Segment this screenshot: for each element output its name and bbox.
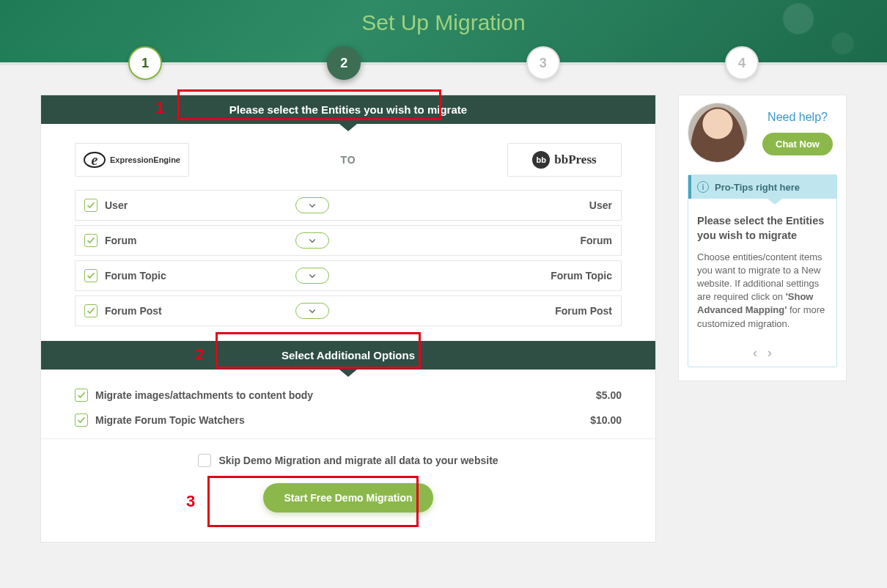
entity-source-label: Forum Topic [105,270,166,282]
target-platform-logo: bb bbPress [507,143,622,177]
to-label: TO [340,154,356,166]
entity-expand-button[interactable] [295,232,329,249]
target-platform-label: bbPress [554,152,596,167]
entity-row: Forum Topic Forum Topic [75,260,622,291]
check-icon [77,391,86,400]
bbpress-icon: bb [532,151,550,169]
entity-source-label: Forum [105,235,137,246]
skip-demo-label: Skip Demo Migration and migrate all data… [218,455,498,466]
prev-tip-button[interactable]: ‹ [753,345,757,361]
entity-checkbox[interactable] [84,304,97,317]
pro-tips-box: i Pro-Tips right here Please select the … [688,174,837,367]
option-row: Migrate Forum Topic Watchers $10.00 [75,408,622,433]
entity-expand-button[interactable] [295,303,329,319]
step-1[interactable]: 1 [128,46,162,80]
chevron-down-icon [308,271,317,280]
option-checkbox[interactable] [75,389,88,402]
annotation-number-3: 3 [186,492,195,511]
start-demo-button[interactable]: Start Free Demo Migration [263,483,433,512]
pro-tips-body: Please select the Entities you wish to m… [688,199,836,341]
option-row: Migrate images/attachments to content bo… [75,383,622,408]
next-tip-button[interactable]: › [768,345,772,361]
help-sidebar: Need help? Chat Now i Pro-Tips right her… [678,95,847,381]
entity-target-label: User [401,199,612,211]
entity-target-label: Forum [401,235,612,246]
step-4: 4 [725,46,759,80]
platform-logo-row: e ExpressionEngine TO bb bbPress [41,124,655,190]
pro-tips-label: Pro-Tips right here [715,182,800,193]
entity-source-label: User [105,199,128,211]
entity-target-label: Forum Post [401,305,612,317]
entities-section-header: Please select the Entities you wish to m… [41,95,655,124]
chevron-down-icon [308,306,317,315]
chevron-down-icon [308,236,317,245]
entity-checkbox[interactable] [84,234,97,247]
need-help-link[interactable]: Need help? [758,111,837,124]
avatar [688,103,748,163]
info-icon: i [697,181,709,193]
options-section-title: Select Additional Options [281,349,415,361]
entity-row: Forum Forum [75,225,622,256]
option-checkbox[interactable] [75,414,88,427]
option-price: $10.00 [590,414,622,426]
entities-section-title: Please select the Entities you wish to m… [229,103,467,116]
page-title: Set Up Migration [0,0,887,35]
entity-source-label: Forum Post [105,305,162,317]
pro-tip-title: Please select the Entities you wish to m… [697,213,828,243]
skip-demo-row: Skip Demo Migration and migrate all data… [75,454,622,467]
entity-checkbox[interactable] [84,199,97,212]
step-2[interactable]: 2 [327,46,361,80]
source-platform-logo: e ExpressionEngine [75,143,189,177]
help-row: Need help? Chat Now [688,103,837,163]
check-icon [87,201,95,210]
entity-checkbox[interactable] [84,269,97,282]
option-price: $5.00 [596,389,622,401]
check-icon [87,236,95,245]
chevron-down-icon [308,201,317,210]
migration-main-panel: Please select the Entities you wish to m… [40,95,656,543]
additional-options-list: Migrate images/attachments to content bo… [41,370,655,438]
steps-tracker: 1 2 3 4 [40,46,847,80]
entity-target-label: Forum Topic [401,270,612,282]
skip-demo-checkbox[interactable] [198,454,211,467]
entities-list: User User Forum [41,190,655,341]
entity-expand-button[interactable] [295,268,329,284]
option-label: Migrate images/attachments to content bo… [95,389,313,401]
pro-tips-header: i Pro-Tips right here [688,175,836,199]
entity-row: User User [75,190,622,221]
source-platform-label: ExpressionEngine [110,155,180,164]
pro-tips-nav: ‹ › [688,341,836,367]
entity-expand-button[interactable] [295,197,329,213]
chat-now-button[interactable]: Chat Now [762,133,833,155]
options-section-header: Select Additional Options [41,341,655,370]
check-icon [87,306,95,315]
check-icon [87,271,95,280]
entity-row: Forum Post Forum Post [75,295,622,326]
step-3: 3 [526,46,560,80]
actions-area: Skip Demo Migration and migrate all data… [41,438,655,542]
option-label: Migrate Forum Topic Watchers [95,414,245,426]
expressionengine-icon: e [84,152,106,168]
check-icon [77,416,86,425]
